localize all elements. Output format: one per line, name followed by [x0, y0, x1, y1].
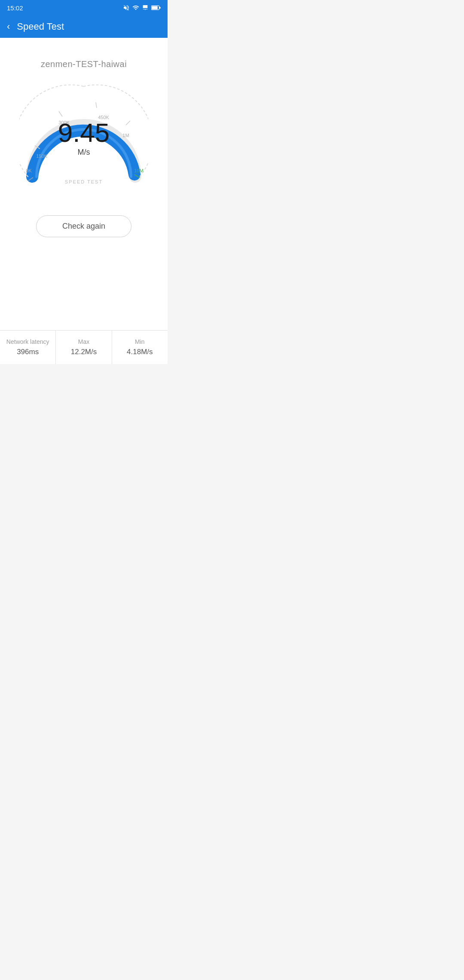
stat-latency: Network latency 396ms	[0, 331, 56, 364]
gauge-label-10m: 10M	[134, 168, 143, 173]
status-time: 15:02	[7, 4, 23, 12]
status-bar: 15:02	[0, 0, 168, 15]
main-content: zenmen-TEST-haiwai	[0, 38, 168, 330]
svg-rect-1	[152, 6, 158, 9]
stat-min: Min 4.18M/s	[112, 331, 168, 364]
stat-max: Max 12.2M/s	[56, 331, 112, 364]
mute-icon	[123, 4, 130, 11]
gauge-label-1m: 1M	[122, 133, 129, 138]
check-again-button[interactable]: Check again	[36, 215, 131, 237]
gauge-label-150k: 150K	[36, 153, 47, 159]
speed-test-label: SPEED TEST	[65, 179, 103, 184]
gauge-value: 9.45	[58, 119, 110, 146]
stat-max-value: 12.2M/s	[60, 348, 107, 356]
stat-min-label: Min	[116, 338, 163, 345]
back-button[interactable]: ‹	[7, 21, 10, 32]
stat-min-value: 4.18M/s	[116, 348, 163, 356]
app-bar: ‹ Speed Test	[0, 15, 168, 38]
gauge-center: 9.45 M/s	[58, 119, 110, 157]
screen-icon	[142, 4, 149, 11]
svg-rect-2	[159, 7, 161, 9]
wifi-icon	[132, 4, 139, 11]
svg-line-5	[59, 111, 62, 116]
stat-latency-label: Network latency	[4, 338, 51, 345]
speed-gauge: 150K 300K 450K 1M 0K 10M 9.45 M/s SPEED …	[19, 82, 148, 198]
stat-latency-value: 396ms	[4, 348, 51, 356]
gauge-unit: M/s	[58, 148, 110, 157]
gauge-label-0k: 0K	[26, 168, 32, 173]
network-name: zenmen-TEST-haiwai	[41, 59, 127, 69]
battery-icon	[151, 5, 161, 10]
svg-line-6	[96, 102, 97, 108]
status-icons	[123, 4, 161, 11]
stat-max-label: Max	[60, 338, 107, 345]
page-title: Speed Test	[17, 21, 64, 32]
svg-line-7	[126, 121, 130, 125]
bottom-stats: Network latency 396ms Max 12.2M/s Min 4.…	[0, 330, 168, 364]
